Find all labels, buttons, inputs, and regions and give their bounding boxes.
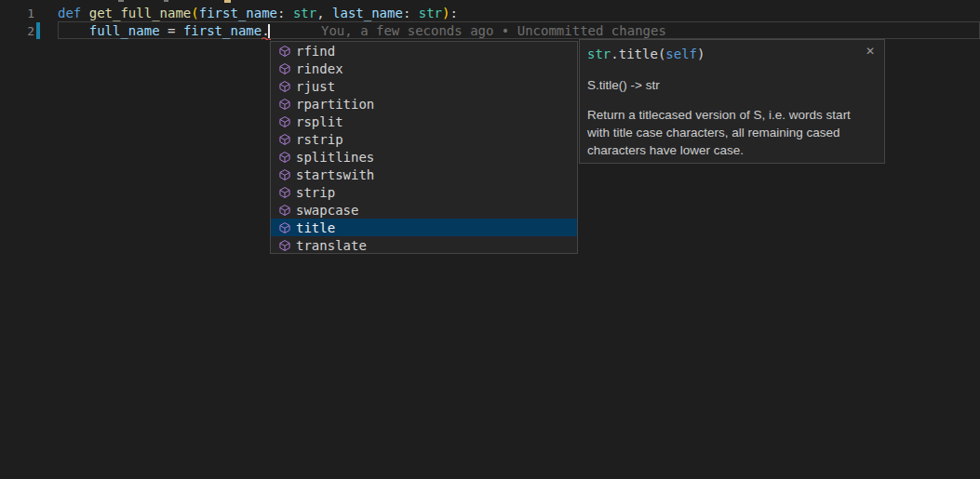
suggest-item-label: swapcase: [296, 203, 358, 218]
suggest-list: rfindrindexrjustrpartitionrsplitrstripsp…: [271, 42, 577, 254]
code-token: :: [277, 6, 293, 20]
close-icon[interactable]: ✕: [866, 45, 875, 58]
suggest-item-swapcase[interactable]: swapcase: [271, 201, 577, 219]
clipped-text-artifact: [118, 0, 124, 2]
suggest-item-label: title: [296, 220, 335, 235]
suggest-item-splitlines[interactable]: splitlines: [271, 148, 577, 166]
suggest-item-label: splitlines: [296, 150, 374, 165]
method-icon: [278, 221, 291, 234]
code-token: def: [58, 6, 89, 20]
code-token: title: [619, 47, 658, 61]
suggest-item-label: rfind: [296, 44, 335, 59]
code-token: get_full_name: [89, 6, 192, 20]
suggest-item-label: translate: [296, 238, 367, 253]
code-line-1[interactable]: def get_full_name(first_name: str, last_…: [58, 5, 458, 22]
suggest-item-rindex[interactable]: rindex: [271, 60, 577, 77]
doc-description: Return a titlecased version of S, i.e. w…: [587, 106, 870, 159]
suggest-item-label: strip: [296, 185, 335, 200]
method-icon: [278, 62, 291, 75]
code-line-2[interactable]: full_name = first_name.: [58, 22, 270, 40]
method-icon: [278, 204, 291, 217]
doc-signature: str.title(self): [587, 46, 877, 63]
code-token: :: [403, 6, 419, 20]
error-squiggle: [262, 36, 271, 40]
code-token: [58, 23, 89, 38]
line-number-1: 1: [0, 5, 34, 22]
suggest-item-rstrip[interactable]: rstrip: [271, 130, 577, 148]
code-token: (: [191, 6, 198, 20]
code-token: ): [442, 6, 450, 20]
code-token: :: [450, 6, 458, 20]
code-editor: { "editor": { "background_color": "#1e1e…: [0, 0, 980, 479]
method-icon: [278, 80, 291, 93]
code-token: str: [293, 6, 316, 20]
suggest-widget: rfindrindexrjustrpartitionrsplitrstripsp…: [270, 41, 578, 254]
code-token: str: [587, 47, 611, 61]
code-token: ,: [316, 6, 332, 20]
suggest-item-rfind[interactable]: rfind: [271, 42, 577, 60]
method-icon: [278, 186, 291, 199]
code-token: .: [611, 47, 618, 61]
clipped-text-artifact: [164, 0, 168, 2]
code-token: full_name: [89, 23, 160, 38]
suggest-item-rpartition[interactable]: rpartition: [271, 95, 577, 113]
method-icon: [278, 239, 291, 252]
code-token: ): [697, 47, 705, 61]
suggest-item-startswith[interactable]: startswith: [271, 166, 577, 183]
gutter-modified-indicator: [36, 22, 40, 39]
line-number-2: 2: [0, 22, 34, 40]
suggest-item-translate[interactable]: translate: [271, 236, 577, 254]
suggest-item-label: rsplit: [296, 114, 343, 129]
suggest-item-rjust[interactable]: rjust: [271, 77, 577, 95]
git-blame-annotation: You, a few seconds ago • Uncommitted cha…: [321, 22, 666, 40]
method-icon: [278, 98, 291, 111]
code-token: self: [665, 47, 697, 61]
code-token: last_name: [332, 6, 403, 20]
doc-summary: S.title() -> str: [587, 77, 877, 93]
suggest-item-label: rindex: [296, 61, 343, 76]
suggest-item-label: rstrip: [296, 132, 343, 147]
suggest-item-title[interactable]: title: [271, 219, 577, 236]
clipped-text-artifact: [224, 0, 231, 3]
code-token: str: [419, 6, 442, 20]
suggest-item-label: rjust: [296, 79, 335, 94]
suggest-docs-panel: str.title(self) ✕ S.title() -> str Retur…: [579, 39, 885, 164]
suggest-item-label: startswith: [296, 167, 374, 182]
code-token: first_name: [183, 23, 262, 38]
method-icon: [278, 168, 291, 181]
method-icon: [278, 151, 291, 164]
code-token: =: [160, 23, 183, 38]
method-icon: [278, 45, 291, 58]
suggest-item-strip[interactable]: strip: [271, 183, 577, 201]
suggest-item-label: rpartition: [296, 97, 374, 112]
method-icon: [278, 133, 291, 146]
suggest-item-rsplit[interactable]: rsplit: [271, 113, 577, 130]
code-token: first_name: [199, 6, 277, 20]
method-icon: [278, 115, 291, 128]
